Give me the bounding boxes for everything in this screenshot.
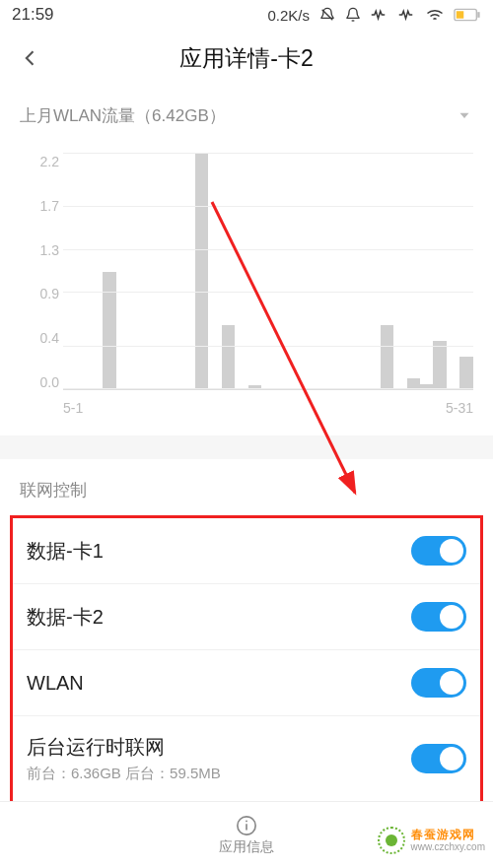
pulse-icon (371, 9, 388, 21)
chart-bar (195, 154, 208, 389)
toggle-row-wlan[interactable]: WLAN (13, 649, 480, 715)
watermark-name: 春蚕游戏网 (411, 829, 485, 841)
chart-bar (103, 272, 115, 390)
toggle-sub-label: 前台：6.36GB 后台：59.5MB (27, 765, 411, 783)
chart-bar (433, 341, 446, 389)
usage-summary-label: 上月WLAN流量（6.42GB） (20, 104, 226, 127)
network-section-title: 联网控制 (0, 459, 493, 515)
pulse-icon-2 (398, 9, 416, 21)
chart-bar (459, 357, 472, 389)
svg-marker-4 (460, 113, 469, 118)
status-bar: 21:59 0.2K/s (0, 0, 493, 30)
y-tick: 1.7 (40, 198, 59, 214)
x-tick-start: 5-1 (63, 400, 83, 420)
toggle-switch[interactable] (411, 744, 466, 773)
y-tick: 0.0 (40, 374, 59, 390)
info-icon (236, 815, 257, 836)
toggle-label: 数据-卡1 (27, 538, 411, 565)
watermark-logo-icon (378, 827, 405, 854)
page-title: 应用详情-卡2 (47, 43, 479, 74)
svg-rect-3 (457, 11, 463, 18)
chart-bar (381, 325, 393, 389)
watermark-url: www.czchxy.com (411, 841, 485, 852)
battery-icon (454, 8, 481, 22)
toggle-label: WLAN (27, 672, 411, 695)
toggle-switch[interactable] (411, 668, 466, 698)
chart-bar (222, 325, 235, 389)
y-tick: 2.2 (40, 154, 59, 169)
toggle-row-data-sim2[interactable]: 数据-卡2 (13, 583, 480, 649)
back-button[interactable] (14, 41, 47, 75)
svg-rect-2 (477, 12, 479, 18)
usage-summary-row[interactable]: 上月WLAN流量（6.42GB） (0, 87, 493, 144)
bell-icon (345, 7, 361, 23)
x-tick-end: 5-31 (446, 400, 473, 420)
y-tick: 0.9 (40, 286, 59, 301)
network-control-group: 数据-卡1 数据-卡2 WLAN 后台运行时联网 前台：6.36GB 后台：59… (10, 515, 483, 808)
y-tick: 1.3 (40, 242, 59, 258)
watermark: 春蚕游戏网 www.czchxy.com (378, 827, 485, 854)
usage-chart: 2.21.71.30.90.40.0 5-1 5-31 (0, 144, 493, 428)
toggle-switch[interactable] (411, 536, 466, 566)
chart-plot-area (63, 154, 473, 390)
toggle-switch[interactable] (411, 602, 466, 632)
app-info-button[interactable]: 应用信息 (219, 815, 274, 856)
toggle-label: 后台运行时联网 (27, 734, 411, 761)
status-right: 0.2K/s (267, 7, 481, 24)
header: 应用详情-卡2 (0, 30, 493, 87)
y-tick: 0.4 (40, 330, 59, 346)
wifi-icon (426, 8, 444, 22)
chevron-down-icon (456, 106, 473, 124)
mute-icon (319, 7, 335, 23)
section-divider (0, 435, 493, 459)
status-net-speed: 0.2K/s (267, 7, 310, 24)
svg-point-7 (246, 820, 247, 822)
app-info-label: 应用信息 (219, 838, 274, 856)
toggle-row-data-sim1[interactable]: 数据-卡1 (13, 518, 480, 583)
toggle-label: 数据-卡2 (27, 604, 411, 631)
chart-x-axis: 5-1 5-31 (63, 396, 473, 420)
status-time: 21:59 (12, 5, 267, 25)
chart-y-axis: 2.21.71.30.90.40.0 (20, 154, 59, 390)
toggle-row-background-net[interactable]: 后台运行时联网 前台：6.36GB 后台：59.5MB (13, 715, 480, 801)
